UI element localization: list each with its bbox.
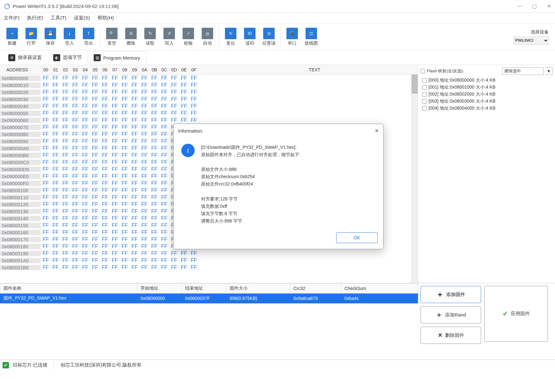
hex-byte[interactable]: FF [189,82,199,88]
hex-byte[interactable]: FF [110,103,120,109]
hex-byte[interactable]: FF [41,152,51,158]
flash-item-checkbox[interactable] [422,78,427,83]
blank-check-button[interactable]: 🔍查空 [102,26,121,47]
hex-byte[interactable]: FF [120,166,130,172]
hex-byte[interactable]: FF [51,82,61,88]
hex-byte[interactable]: FF [179,110,189,116]
hex-byte[interactable]: FF [100,222,110,228]
hex-byte[interactable]: FF [110,82,120,88]
hex-byte[interactable]: FF [41,103,51,109]
hex-byte[interactable]: FF [140,138,149,144]
tab-program-memory[interactable]: ▤Program Memory [88,51,146,64]
hex-byte[interactable]: FF [80,82,90,88]
hex-byte[interactable]: FF [149,82,159,88]
hex-byte[interactable]: FF [41,215,51,221]
hex-byte[interactable]: FF [70,201,80,207]
hex-byte[interactable]: FF [189,265,199,270]
hex-byte[interactable]: FF [100,117,110,123]
hex-byte[interactable]: FF [70,215,80,221]
hex-byte[interactable]: FF [100,103,110,109]
hex-byte[interactable]: FF [149,75,159,81]
hex-byte[interactable]: FF [41,166,51,172]
hex-byte[interactable]: FF [61,229,70,235]
hex-byte[interactable]: FF [61,145,70,151]
hex-byte[interactable]: FF [80,138,90,144]
hex-byte[interactable]: FF [70,222,80,228]
hex-byte[interactable]: FF [189,103,199,109]
menu-run[interactable]: 执行(E) [27,15,43,21]
hex-byte[interactable]: FF [140,187,149,193]
hex-byte[interactable]: FF [51,243,61,249]
hex-byte[interactable]: FF [159,265,169,270]
hex-byte[interactable]: FF [169,265,179,270]
hex-byte[interactable]: FF [130,131,140,137]
hex-byte[interactable]: FF [149,96,159,102]
hex-byte[interactable]: FF [120,258,130,263]
hex-byte[interactable]: FF [90,159,100,165]
hex-byte[interactable]: FF [70,159,80,165]
hex-byte[interactable]: FF [140,208,149,214]
hex-byte[interactable]: FF [51,138,61,144]
hex-byte[interactable]: FF [140,265,149,270]
hex-byte[interactable]: FF [140,75,149,81]
write-button[interactable]: ↺写入 [160,26,179,47]
hex-byte[interactable]: FF [169,250,179,256]
hex-byte[interactable]: FF [41,96,51,102]
hex-byte[interactable]: FF [130,229,140,235]
hex-byte[interactable]: FF [61,124,70,130]
hex-byte[interactable]: FF [169,75,179,81]
hex-byte[interactable]: FF [51,103,61,109]
flash-item[interactable]: [002] 地址:0x08002000 大小:4 KB [421,91,552,98]
hex-byte[interactable]: FF [90,180,100,186]
hex-byte[interactable]: FF [159,82,169,88]
hex-byte[interactable]: FF [100,145,110,151]
hex-byte[interactable]: FF [100,152,110,158]
wiring-button[interactable]: ◫接线图 [302,26,321,47]
hex-byte[interactable]: FF [80,222,90,228]
hex-byte[interactable]: FF [149,145,159,151]
hex-byte[interactable]: FF [100,131,110,137]
hex-byte[interactable]: FF [41,75,51,81]
hex-byte[interactable]: FF [130,117,140,123]
hex-byte[interactable]: FF [100,89,110,95]
hex-byte[interactable]: FF [130,124,140,130]
hex-byte[interactable]: FF [189,75,199,81]
hex-byte[interactable]: FF [149,215,159,221]
hex-byte[interactable]: FF [169,103,179,109]
hex-byte[interactable]: FF [149,180,159,186]
hex-byte[interactable]: FF [159,258,169,263]
hex-byte[interactable]: FF [159,194,169,200]
hex-byte[interactable]: FF [100,194,110,200]
hex-byte[interactable]: FF [61,117,70,123]
hex-byte[interactable]: FF [140,152,149,158]
hex-byte[interactable]: FF [120,75,130,81]
hex-byte[interactable]: FF [90,96,100,102]
hex-byte[interactable]: FF [70,258,80,263]
hex-byte[interactable]: FF [159,110,169,116]
hex-byte[interactable]: FF [169,110,179,116]
menu-setting[interactable]: 设置(S) [74,15,90,21]
hex-byte[interactable]: FF [90,110,100,116]
hex-byte[interactable]: FF [51,75,61,81]
col-checksum[interactable]: CheckSum [341,284,418,294]
hex-byte[interactable]: FF [41,82,51,88]
hex-byte[interactable]: FF [41,250,51,256]
hex-byte[interactable]: FF [70,208,80,214]
hex-byte[interactable]: FF [61,243,70,249]
flash-item[interactable]: [004] 地址:0x08004000 大小:4 KB [421,105,552,112]
hex-byte[interactable]: FF [70,110,80,116]
hex-byte[interactable]: FF [110,201,120,207]
flash-select-all-checkbox[interactable] [421,69,425,73]
hex-byte[interactable]: FF [130,82,140,88]
hex-byte[interactable]: FF [70,187,80,193]
hex-byte[interactable]: FF [41,258,51,263]
hex-byte[interactable]: FF [41,89,51,95]
hex-byte[interactable]: FF [51,159,61,165]
hex-byte[interactable]: FF [149,243,159,249]
hex-byte[interactable]: FF [140,131,149,137]
hex-byte[interactable]: FF [159,208,169,214]
hex-byte[interactable]: FF [110,159,120,165]
hex-byte[interactable]: FF [120,187,130,193]
hex-byte[interactable]: FF [80,229,90,235]
hex-byte[interactable]: FF [159,131,169,137]
